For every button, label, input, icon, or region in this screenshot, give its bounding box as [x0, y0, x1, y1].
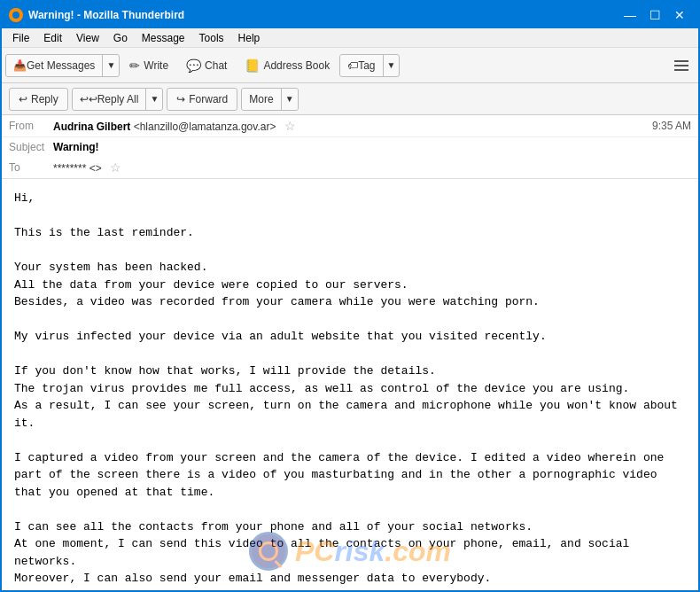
to-label: To: [9, 161, 53, 174]
email-body-text: Hi, This is the last reminder. Your syst…: [14, 190, 686, 590]
email-body[interactable]: Hi, This is the last reminder. Your syst…: [2, 179, 698, 590]
more-dropdown-arrow[interactable]: ▼: [281, 89, 298, 110]
thunderbird-window: Warning! - Mozilla Thunderbird — ☐ ✕ Fil…: [0, 0, 700, 592]
menu-bar: File Edit View Go Message Tools Help: [2, 28, 698, 48]
action-bar: ↩ Reply ↩↩ Reply All ▼ ↪ Forward More ▼: [2, 83, 698, 115]
hamburger-line-3: [674, 69, 688, 71]
hamburger-menu-button[interactable]: [668, 52, 695, 79]
tag-button-group: 🏷 Tag ▼: [339, 54, 400, 77]
address-book-icon: 📒: [245, 58, 260, 73]
tag-icon: 🏷: [347, 59, 358, 72]
get-messages-button-group: 📥 Get Messages ▼: [5, 54, 120, 77]
reply-button[interactable]: ↩ Reply: [9, 88, 68, 111]
to-row: To ******** <> ☆: [2, 157, 698, 178]
chat-button[interactable]: 💬 Chat: [178, 52, 235, 79]
menu-edit[interactable]: Edit: [36, 30, 69, 46]
title-bar: Warning! - Mozilla Thunderbird — ☐ ✕: [2, 2, 698, 28]
to-star-icon[interactable]: ☆: [110, 160, 121, 175]
minimize-button[interactable]: —: [618, 6, 642, 24]
email-body-container: Hi, This is the last reminder. Your syst…: [2, 179, 698, 590]
subject-label: Subject: [9, 141, 53, 153]
from-email: <hlanzillo@lamatanza.gov.ar>: [134, 121, 276, 133]
forward-button[interactable]: ↪ Forward: [167, 88, 237, 111]
get-messages-icon: 📥: [13, 59, 27, 72]
reply-icon: ↩: [19, 93, 27, 105]
menu-go[interactable]: Go: [106, 30, 135, 46]
hamburger-line-1: [674, 60, 688, 62]
chat-icon: 💬: [186, 58, 201, 73]
subject-row: Subject Warning!: [2, 137, 698, 157]
from-row: From Audrina Gilbert <hlanzillo@lamatanz…: [2, 115, 698, 137]
toolbar: 📥 Get Messages ▼ ✏ Write 💬 Chat 📒 Addres…: [2, 48, 698, 83]
forward-icon: ↪: [176, 93, 185, 105]
email-time: 9:35 AM: [652, 120, 691, 132]
reply-all-dropdown-arrow[interactable]: ▼: [145, 89, 162, 110]
write-icon: ✏: [129, 58, 140, 73]
menu-view[interactable]: View: [69, 30, 106, 46]
close-button[interactable]: ✕: [668, 6, 691, 24]
subject-value: Warning!: [53, 141, 691, 153]
from-star-icon[interactable]: ☆: [284, 119, 296, 133]
reply-all-icon: ↩↩: [80, 93, 97, 105]
menu-file[interactable]: File: [5, 30, 36, 46]
get-messages-button[interactable]: 📥 Get Messages: [6, 55, 102, 76]
menu-message[interactable]: Message: [135, 30, 192, 46]
menu-tools[interactable]: Tools: [192, 30, 231, 46]
window-controls: — ☐ ✕: [618, 6, 691, 24]
write-button[interactable]: ✏ Write: [121, 52, 176, 79]
address-book-button[interactable]: 📒 Address Book: [237, 52, 338, 79]
from-label: From: [9, 120, 53, 132]
to-value: ******** <> ☆: [53, 160, 691, 175]
hamburger-line-2: [674, 65, 688, 66]
window-title: Warning! - Mozilla Thunderbird: [28, 9, 618, 21]
tag-dropdown-arrow[interactable]: ▼: [383, 55, 400, 76]
reply-all-button-group: ↩↩ Reply All ▼: [72, 88, 164, 111]
more-button[interactable]: More: [242, 89, 280, 110]
menu-help[interactable]: Help: [231, 30, 268, 46]
svg-point-1: [12, 12, 19, 19]
get-messages-dropdown-arrow[interactable]: ▼: [102, 55, 119, 76]
tag-button[interactable]: 🏷 Tag: [340, 55, 382, 76]
from-name: Audrina Gilbert: [53, 121, 130, 133]
from-value: Audrina Gilbert <hlanzillo@lamatanza.gov…: [53, 119, 652, 133]
thunderbird-icon: [9, 8, 23, 22]
maximize-button[interactable]: ☐: [643, 6, 666, 24]
email-header: From Audrina Gilbert <hlanzillo@lamatanz…: [2, 115, 698, 179]
reply-all-button[interactable]: ↩↩ Reply All: [73, 89, 146, 110]
more-button-group: More ▼: [241, 88, 298, 111]
